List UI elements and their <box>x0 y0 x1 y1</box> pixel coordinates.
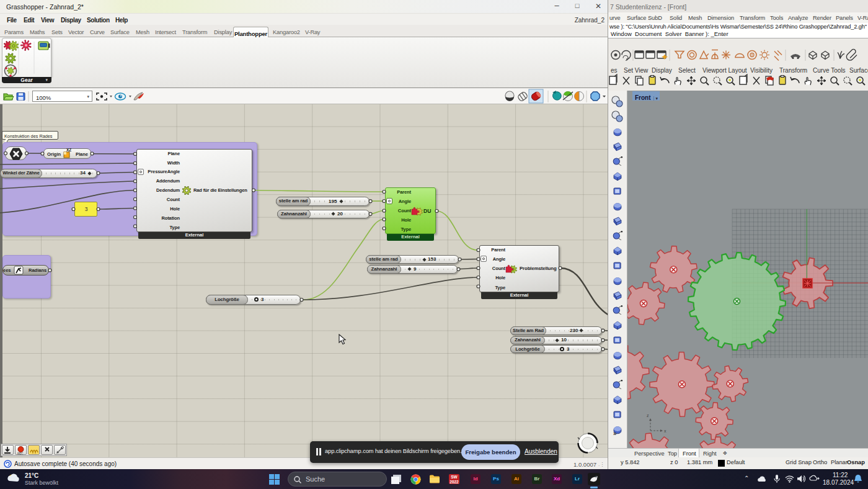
svg-text:»: » <box>613 430 617 437</box>
svg-text:REC: REC <box>17 452 24 455</box>
svg-text:z: z <box>647 413 649 418</box>
svg-text:x: x <box>664 429 666 433</box>
